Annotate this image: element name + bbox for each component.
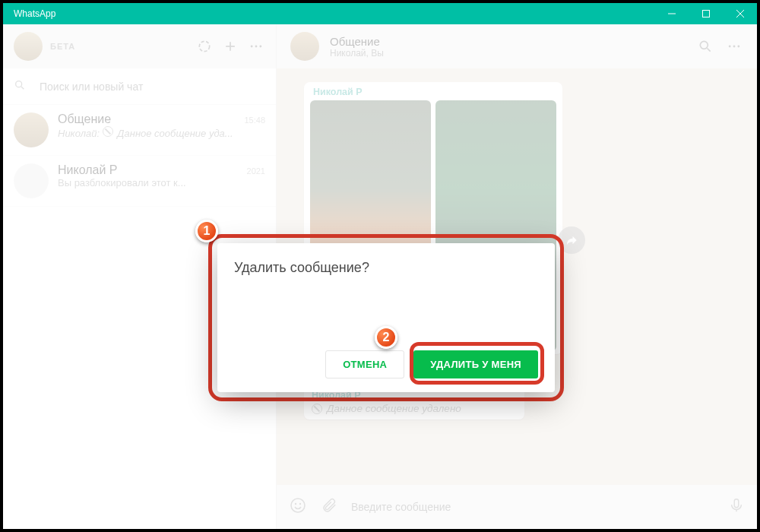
- window-close-button[interactable]: [723, 3, 757, 24]
- mic-icon[interactable]: [728, 497, 745, 517]
- svg-line-13: [708, 49, 711, 52]
- titlebar: WhatsApp: [3, 3, 757, 24]
- chat-time: 15:48: [244, 116, 265, 125]
- search-bar: [3, 68, 276, 105]
- search-in-chat-icon[interactable]: [696, 37, 714, 55]
- emoji-icon[interactable]: [289, 496, 307, 518]
- composer: [277, 485, 757, 529]
- svg-point-14: [729, 46, 731, 48]
- search-icon: [14, 79, 26, 94]
- chat-list-item[interactable]: Николай Р 2021 Вы разблокировали этот к.…: [3, 156, 276, 207]
- chat-header: Общение Николай, Вы: [277, 24, 757, 68]
- chat-preview: Вы разблокировали этот к...: [58, 177, 265, 188]
- chat-list-item[interactable]: Общение 15:48 Николай: Данное сообщение …: [3, 105, 276, 156]
- chat-preview: Николай: Данное сообщение уда...: [58, 126, 265, 139]
- chat-menu-icon[interactable]: [725, 37, 743, 55]
- svg-point-10: [16, 81, 22, 87]
- svg-point-7: [251, 46, 253, 48]
- new-chat-icon[interactable]: [221, 37, 239, 55]
- window-minimize-button[interactable]: [654, 3, 689, 24]
- svg-line-11: [21, 87, 24, 89]
- chat-name: Общение: [58, 112, 111, 126]
- svg-point-18: [295, 503, 296, 505]
- cancel-button[interactable]: ОТМЕНА: [325, 350, 404, 378]
- window-maximize-button[interactable]: [689, 3, 723, 24]
- attach-icon[interactable]: [321, 497, 337, 517]
- svg-point-16: [737, 46, 739, 48]
- my-avatar[interactable]: [14, 32, 43, 61]
- forward-icon[interactable]: [558, 226, 585, 254]
- message-input[interactable]: [351, 501, 714, 513]
- window-title: WhatsApp: [3, 8, 654, 19]
- message-sender: Николай Р: [310, 87, 556, 100]
- annotation-step-1: 1: [195, 220, 218, 242]
- menu-dots-icon[interactable]: [247, 37, 265, 55]
- chat-title: Общение: [330, 35, 384, 48]
- delete-for-me-button[interactable]: УДАЛИТЬ У МЕНЯ: [413, 350, 538, 378]
- dialog-title: Удалить сообщение?: [234, 260, 538, 276]
- delete-message-dialog: Удалить сообщение? ОТМЕНА УДАЛИТЬ У МЕНЯ: [217, 243, 555, 392]
- chat-header-avatar[interactable]: [290, 32, 319, 61]
- sidebar-header: БЕТА: [3, 24, 276, 68]
- chat-name: Николай Р: [58, 163, 118, 177]
- svg-rect-1: [702, 11, 709, 17]
- svg-point-15: [733, 46, 736, 48]
- svg-point-12: [700, 41, 708, 49]
- status-icon[interactable]: [195, 37, 214, 55]
- svg-point-9: [259, 46, 261, 48]
- svg-rect-20: [734, 499, 739, 508]
- svg-point-4: [199, 41, 209, 51]
- annotation-step-2: 2: [375, 326, 397, 349]
- svg-point-17: [291, 499, 305, 512]
- blocked-icon: [312, 404, 322, 414]
- chat-time: 2021: [247, 166, 265, 176]
- chat-avatar: [14, 112, 49, 147]
- chat-subtitle: Николай, Вы: [330, 48, 384, 59]
- svg-point-8: [255, 46, 258, 48]
- search-input[interactable]: [40, 81, 265, 93]
- blocked-icon: [103, 126, 113, 137]
- deleted-text: Данное сообщение удалено: [312, 403, 517, 414]
- beta-label: БЕТА: [50, 42, 75, 51]
- chat-avatar: [14, 163, 49, 198]
- svg-point-19: [299, 503, 301, 505]
